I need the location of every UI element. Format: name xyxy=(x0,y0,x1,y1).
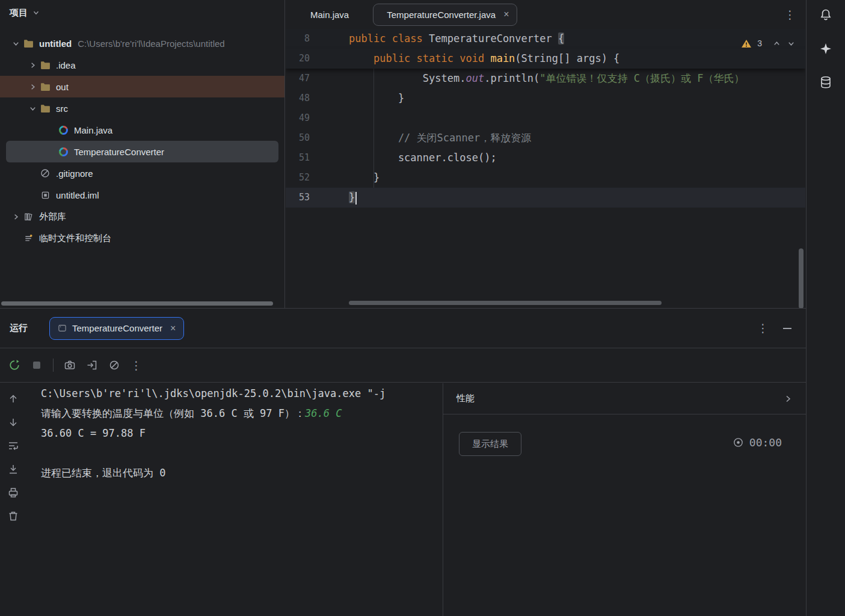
code-line-48[interactable]: 48 } xyxy=(286,88,805,108)
tree-item-main-java[interactable]: Main.java xyxy=(0,119,284,141)
code-line-50[interactable]: 50 // 关闭Scanner，释放资源 xyxy=(286,128,805,148)
print-icon[interactable] xyxy=(7,487,19,499)
show-results-button[interactable]: 显示结果 xyxy=(459,432,521,456)
performance-title: 性能 xyxy=(456,393,475,404)
tree-item-external-libraries[interactable]: 外部库 xyxy=(0,206,284,227)
console-side-toolbar xyxy=(0,383,26,616)
trash-icon[interactable] xyxy=(7,510,19,522)
chevron-right-icon[interactable] xyxy=(28,61,37,70)
rerun-icon[interactable] xyxy=(8,359,20,371)
ignored-file-icon xyxy=(40,168,51,178)
line-number: 8 xyxy=(286,29,310,49)
scroll-to-end-icon[interactable] xyxy=(7,463,19,475)
timer-value: 00:00 xyxy=(749,436,782,449)
notifications-bell-icon[interactable] xyxy=(818,7,834,23)
matched-brace: { xyxy=(558,32,564,45)
timer-icon xyxy=(733,437,744,448)
text-caret xyxy=(355,192,357,205)
database-icon[interactable] xyxy=(818,75,834,90)
java-class-icon xyxy=(58,126,69,135)
chevron-down-icon[interactable] xyxy=(32,8,40,17)
close-icon[interactable]: × xyxy=(503,9,509,20)
editor-tab-bar: Main.java TemperatureConverter.java × ⋮ xyxy=(286,0,805,29)
project-root-name: untitled xyxy=(39,38,72,49)
warning-count: 3 xyxy=(757,34,762,54)
console-line: 请输入要转换的温度与单位（例如 36.6 C 或 97 F）：36.6 C xyxy=(41,404,443,424)
folder-icon xyxy=(40,104,51,113)
tree-item-idea[interactable]: .idea xyxy=(0,54,284,76)
scratch-file-icon xyxy=(23,234,34,243)
line-number: 52 xyxy=(286,168,310,188)
tree-item-gitignore[interactable]: .gitignore xyxy=(0,162,284,184)
line-number: 47 xyxy=(286,69,310,88)
performance-header[interactable]: 性能 xyxy=(443,383,806,414)
editor-tab-temperature-converter[interactable]: TemperatureConverter.java × xyxy=(373,4,517,26)
tree-item-scratches[interactable]: 临时文件和控制台 xyxy=(0,227,284,249)
tree-item-src[interactable]: src xyxy=(0,97,284,119)
soft-wrap-icon[interactable] xyxy=(7,440,19,452)
folder-icon xyxy=(40,82,51,91)
arrow-up-icon[interactable] xyxy=(7,393,19,405)
editor-panel: Main.java TemperatureConverter.java × ⋮ … xyxy=(286,0,805,308)
tree-item-out[interactable]: out xyxy=(0,76,284,97)
editor-options-menu-icon[interactable]: ⋮ xyxy=(784,8,796,22)
code-line-53-current[interactable]: 53 } xyxy=(286,188,805,208)
console-line xyxy=(41,443,443,463)
editor-vertical-scrollbar[interactable] xyxy=(799,248,804,308)
code-token: public static void xyxy=(373,52,490,64)
line-number: 48 xyxy=(286,88,310,108)
chevron-down-icon[interactable] xyxy=(787,39,796,48)
code-line-52[interactable]: 52 } xyxy=(286,168,805,188)
code-token: // 关闭Scanner，释放资源 xyxy=(398,132,531,144)
module-file-icon xyxy=(40,191,51,200)
code-line-8[interactable]: 8 public class TemperatureConverter { xyxy=(286,29,805,49)
project-horizontal-scrollbar[interactable] xyxy=(1,301,273,306)
chevron-right-icon[interactable] xyxy=(783,394,793,404)
toolbar-more-icon[interactable]: ⋮ xyxy=(131,359,142,372)
code-token: } xyxy=(398,92,404,104)
chevron-right-icon[interactable] xyxy=(28,82,37,91)
code-line-47[interactable]: 47 System.out.println("单位错误！仅支持 C（摄氏）或 F… xyxy=(286,69,805,88)
code-line-51[interactable]: 51 scanner.close(); xyxy=(286,148,805,168)
project-tree: untitled C:\Users\b're'ri'l\IdeaProjects… xyxy=(0,32,284,249)
stop-icon[interactable] xyxy=(31,359,43,371)
tree-item-root-untitled[interactable]: untitled C:\Users\b're'ri'l\IdeaProjects… xyxy=(0,32,284,54)
chevron-down-icon[interactable] xyxy=(11,39,20,48)
code-line-49[interactable]: 49 xyxy=(286,108,805,128)
editor-horizontal-scrollbar[interactable] xyxy=(349,301,662,305)
editor-tab-main-java[interactable]: Main.java xyxy=(299,10,355,20)
run-content: C:\Users\b're'ri'l\.jdks\openjdk-25.0.2\… xyxy=(0,383,806,616)
chevron-up-icon[interactable] xyxy=(772,39,781,48)
matched-brace: } xyxy=(349,191,355,203)
run-tab-temperature-converter[interactable]: TemperatureConverter × xyxy=(49,317,184,340)
project-root-path: C:\Users\b're'ri'l\IdeaProjects\untitled xyxy=(78,38,225,49)
line-number: 49 xyxy=(286,108,310,128)
camera-snapshot-icon[interactable] xyxy=(64,359,76,371)
minimize-icon[interactable] xyxy=(783,328,791,329)
folder-icon xyxy=(40,61,51,70)
folder-icon xyxy=(23,39,34,48)
clear-all-icon[interactable] xyxy=(108,359,120,371)
import-icon[interactable] xyxy=(86,359,98,371)
inspections-widget[interactable]: 3 xyxy=(741,34,796,54)
run-timer: 00:00 xyxy=(733,436,782,449)
code-editor[interactable]: 3 8 public class TemperatureConverter { … xyxy=(286,29,805,308)
tree-item-untitled-iml[interactable]: untitled.iml xyxy=(0,184,284,206)
arrow-down-icon[interactable] xyxy=(7,416,19,428)
code-token: System. xyxy=(423,72,466,84)
console-output[interactable]: C:\Users\b're'ri'l\.jdks\openjdk-25.0.2\… xyxy=(26,383,443,616)
chevron-down-icon[interactable] xyxy=(28,104,37,113)
close-icon[interactable]: × xyxy=(170,323,176,334)
code-token: .println( xyxy=(484,72,539,84)
run-options-menu-icon[interactable]: ⋮ xyxy=(757,321,769,335)
chevron-right-icon[interactable] xyxy=(11,212,20,221)
tree-item-temperature-converter[interactable]: TemperatureConverter xyxy=(6,141,278,162)
line-number: 20 xyxy=(286,49,310,69)
code-token: scanner.close(); xyxy=(398,152,497,164)
project-panel-header[interactable]: 项目 xyxy=(0,0,284,25)
line-number: 51 xyxy=(286,148,310,168)
code-line-20[interactable]: 20 public static void main(String[] args… xyxy=(286,49,805,69)
console-user-input: 36.6 C xyxy=(305,407,342,419)
ai-assistant-icon[interactable] xyxy=(818,41,834,57)
code-token: (String[] args) { xyxy=(515,52,619,64)
